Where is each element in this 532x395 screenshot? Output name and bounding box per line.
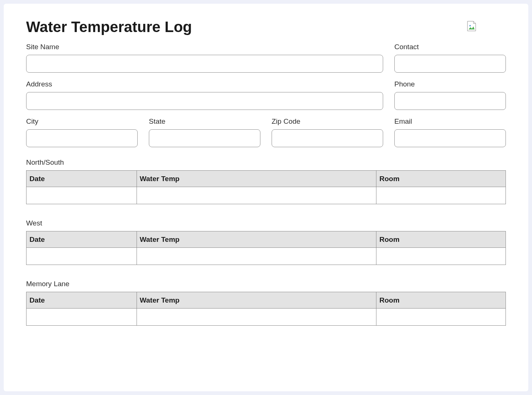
- th-water-temp: Water Temp: [137, 292, 376, 309]
- label-zip: Zip Code: [272, 117, 383, 126]
- cell-room[interactable]: [376, 248, 506, 265]
- th-water-temp: Water Temp: [137, 171, 376, 187]
- label-address: Address: [26, 80, 383, 88]
- zip-input[interactable]: [272, 129, 383, 147]
- site-name-input[interactable]: [26, 55, 383, 73]
- field-email: Email: [394, 117, 506, 147]
- cell-date[interactable]: [26, 309, 137, 326]
- section-title: West: [26, 219, 506, 227]
- contact-input[interactable]: [394, 55, 506, 73]
- section-west: West Date Water Temp Room: [26, 219, 506, 265]
- label-phone: Phone: [394, 80, 506, 88]
- cell-water-temp[interactable]: [137, 309, 376, 326]
- log-table-west: Date Water Temp Room: [26, 231, 506, 265]
- th-room: Room: [376, 231, 506, 248]
- field-zip: Zip Code: [272, 117, 383, 147]
- broken-image-icon: [467, 21, 476, 31]
- label-city: City: [26, 117, 138, 126]
- th-room: Room: [376, 171, 506, 187]
- th-room: Room: [376, 292, 506, 309]
- label-email: Email: [394, 117, 506, 126]
- th-date: Date: [26, 292, 137, 309]
- label-state: State: [149, 117, 260, 126]
- phone-input[interactable]: [394, 92, 506, 110]
- city-input[interactable]: [26, 129, 138, 147]
- page-container: Water Temperature Log Site Name Contact …: [4, 4, 528, 391]
- section-memory-lane: Memory Lane Date Water Temp Room: [26, 280, 506, 326]
- field-address: Address: [26, 80, 383, 110]
- section-north-south: North/South Date Water Temp Room: [26, 158, 506, 204]
- th-water-temp: Water Temp: [137, 231, 376, 248]
- email-input[interactable]: [394, 129, 506, 147]
- svg-point-0: [469, 25, 471, 26]
- table-header-row: Date Water Temp Room: [26, 171, 506, 187]
- log-table-memory-lane: Date Water Temp Room: [26, 292, 506, 326]
- field-site-name: Site Name: [26, 43, 383, 73]
- address-input[interactable]: [26, 92, 383, 110]
- table-header-row: Date Water Temp Room: [26, 231, 506, 248]
- state-input[interactable]: [149, 129, 260, 147]
- page-title: Water Temperature Log: [26, 19, 192, 35]
- cell-date[interactable]: [26, 187, 137, 204]
- field-state: State: [149, 117, 260, 147]
- log-table-north-south: Date Water Temp Room: [26, 170, 506, 204]
- field-phone: Phone: [394, 80, 506, 110]
- label-contact: Contact: [394, 43, 506, 51]
- section-title: Memory Lane: [26, 280, 506, 288]
- th-date: Date: [26, 231, 137, 248]
- cell-room[interactable]: [376, 187, 506, 204]
- form-grid: Site Name Contact Address Phone City Sta…: [26, 43, 506, 147]
- cell-date[interactable]: [26, 248, 137, 265]
- field-contact: Contact: [394, 43, 506, 73]
- cell-water-temp[interactable]: [137, 248, 376, 265]
- table-header-row: Date Water Temp Room: [26, 292, 506, 309]
- label-site-name: Site Name: [26, 43, 383, 51]
- table-row: [26, 187, 506, 204]
- section-title: North/South: [26, 158, 506, 167]
- field-city: City: [26, 117, 138, 147]
- th-date: Date: [26, 171, 137, 187]
- cell-room[interactable]: [376, 309, 506, 326]
- table-row: [26, 248, 506, 265]
- table-row: [26, 309, 506, 326]
- cell-water-temp[interactable]: [137, 187, 376, 204]
- header-row: Water Temperature Log: [26, 19, 506, 35]
